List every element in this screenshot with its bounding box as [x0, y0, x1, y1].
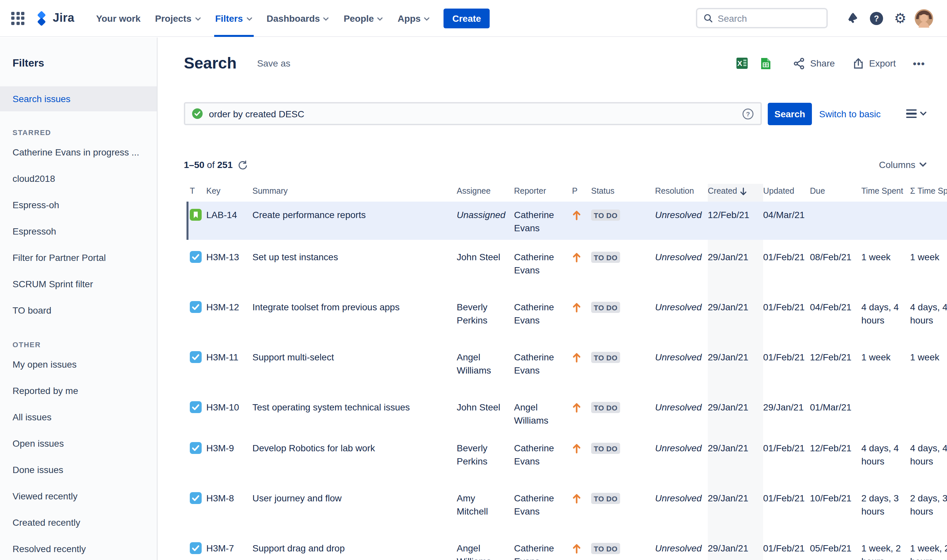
export-button[interactable]: Export: [852, 57, 896, 69]
results-bar: 1–50 of 251 Columns: [184, 160, 947, 170]
announcement-icon[interactable]: [843, 8, 863, 28]
issue-key[interactable]: H3M-10: [206, 400, 253, 431]
table-row[interactable]: LAB-14 Create performance reports Unassi…: [186, 202, 947, 240]
col-header-key[interactable]: Key: [206, 186, 253, 196]
save-as-button[interactable]: Save as: [257, 58, 290, 69]
jql-help-icon[interactable]: ?: [742, 108, 754, 120]
sidebar-section-label: OTHER: [0, 341, 157, 349]
issue-summary[interactable]: Create performance reports: [253, 208, 457, 240]
col-header-created-sorted[interactable]: Created: [708, 184, 763, 202]
issue-summary[interactable]: Support drag and drop: [253, 542, 457, 560]
issue-key[interactable]: H3M-7: [206, 542, 253, 560]
search-options-menu-icon[interactable]: [906, 109, 927, 118]
global-search-box[interactable]: [696, 8, 828, 28]
issue-sigma-time-spent: 2 days, 3 hours: [910, 491, 947, 531]
col-header-summary[interactable]: Summary: [253, 186, 457, 196]
status-badge: TO DO: [591, 543, 620, 554]
col-header-due[interactable]: Due: [810, 186, 861, 196]
table-row[interactable]: H3M-13 Set up test instances John Steel …: [186, 240, 947, 290]
nav-item-dashboards[interactable]: Dashboards: [259, 0, 336, 37]
issue-time-spent: 1 week, 2 hours: [861, 542, 910, 560]
issue-assignee: Angel Williams: [457, 542, 514, 560]
issue-key[interactable]: H3M-9: [206, 442, 253, 481]
main-content: Search Save as X: [158, 38, 947, 560]
issue-summary[interactable]: Test operating system technical issues: [253, 400, 457, 431]
columns-dropdown[interactable]: Columns: [879, 160, 927, 170]
jira-logo[interactable]: Jira: [34, 11, 74, 25]
priority-high-icon: [572, 302, 581, 313]
app-switcher-icon[interactable]: [9, 9, 26, 27]
sidebar-item-scrum-sprint-filter[interactable]: SCRUM Sprint filter: [0, 271, 157, 297]
export-excel-icon[interactable]: X: [733, 53, 752, 73]
issue-summary[interactable]: Develop Robotics for lab work: [253, 442, 457, 481]
search-submit-button[interactable]: Search: [768, 102, 812, 125]
issue-time-spent: 1 week: [861, 250, 910, 290]
nav-item-your-work[interactable]: Your work: [89, 0, 148, 37]
sidebar-item-catherine-evans-in-progress[interactable]: Catherine Evans in progress ...: [0, 139, 157, 165]
sidebar-item-resolved-recently[interactable]: Resolved recently: [0, 535, 157, 560]
col-header-priority[interactable]: P: [572, 186, 591, 196]
status-badge: TO DO: [591, 402, 620, 413]
issue-key[interactable]: LAB-14: [206, 208, 253, 240]
settings-gear-icon[interactable]: ⚙: [890, 8, 910, 28]
sidebar-item-cloud2018[interactable]: cloud2018: [0, 165, 157, 192]
table-row[interactable]: H3M-11 Support multi-select Angel Willia…: [186, 340, 947, 390]
user-avatar[interactable]: [914, 8, 934, 28]
more-options-icon[interactable]: •••: [913, 58, 925, 69]
sidebar-item-search-issues[interactable]: Search issues: [0, 86, 157, 111]
share-button[interactable]: Share: [793, 57, 835, 69]
sidebar-item-filter-for-partner-portal[interactable]: Filter for Partner Portal: [0, 245, 157, 271]
issue-summary[interactable]: Support multi-select: [253, 351, 457, 390]
sidebar-item-viewed-recently[interactable]: Viewed recently: [0, 483, 157, 509]
create-button[interactable]: Create: [444, 8, 490, 28]
jql-input[interactable]: order by created DESC ?: [184, 102, 762, 125]
issue-key[interactable]: H3M-11: [206, 351, 253, 390]
help-icon[interactable]: ?: [867, 8, 886, 28]
col-header-type[interactable]: T: [190, 186, 206, 196]
issue-updated: 01/Feb/21: [763, 300, 810, 340]
table-row[interactable]: H3M-12 Integrate toolset from previous a…: [186, 290, 947, 340]
issue-time-spent: 1 week: [861, 351, 910, 390]
nav-item-people[interactable]: People: [336, 0, 391, 37]
global-search-input[interactable]: [718, 13, 821, 23]
sidebar-item-espressoh[interactable]: Espressoh: [0, 218, 157, 245]
col-header-status[interactable]: Status: [591, 186, 655, 196]
issue-summary[interactable]: Set up test instances: [253, 250, 457, 290]
task-icon: [190, 251, 202, 263]
table-row[interactable]: H3M-7 Support drag and drop Angel Willia…: [186, 531, 947, 560]
col-header-sigma-time-spent[interactable]: Σ Time Spent: [910, 186, 947, 196]
export-sheets-icon[interactable]: [756, 53, 776, 73]
table-row[interactable]: H3M-10 Test operating system technical i…: [186, 390, 947, 431]
sidebar-item-reported-by-me[interactable]: Reported by me: [0, 377, 157, 404]
issue-key[interactable]: H3M-13: [206, 250, 253, 290]
col-header-assignee[interactable]: Assignee: [457, 186, 514, 196]
issue-key[interactable]: H3M-8: [206, 491, 253, 531]
col-header-time-spent[interactable]: Time Spent: [861, 186, 910, 196]
sidebar-item-all-issues[interactable]: All issues: [0, 404, 157, 430]
issue-summary[interactable]: Integrate toolset from previous apps: [253, 300, 457, 340]
jql-query-text[interactable]: order by created DESC: [209, 108, 736, 119]
col-header-reporter[interactable]: Reporter: [514, 186, 572, 196]
sidebar-item-my-open-issues[interactable]: My open issues: [0, 351, 157, 377]
sidebar-item-created-recently[interactable]: Created recently: [0, 509, 157, 535]
nav-item-filters[interactable]: Filters: [208, 0, 259, 37]
sidebar-item-open-issues[interactable]: Open issues: [0, 430, 157, 457]
col-header-updated[interactable]: Updated: [763, 186, 810, 196]
issue-due: 01/Mar/21: [810, 400, 861, 431]
nav-item-projects[interactable]: Projects: [148, 0, 208, 37]
sidebar-item-to-board[interactable]: TO board: [0, 297, 157, 323]
issue-assignee: Beverly Perkins: [457, 442, 514, 481]
refresh-icon[interactable]: [238, 160, 248, 170]
table-row[interactable]: H3M-9 Develop Robotics for lab work Beve…: [186, 431, 947, 481]
svg-text:?: ?: [746, 110, 750, 117]
sidebar-item-espress-oh[interactable]: Espress-oh: [0, 192, 157, 218]
issue-summary[interactable]: User journey and flow: [253, 491, 457, 531]
sidebar-item-done-issues[interactable]: Done issues: [0, 457, 157, 483]
table-row[interactable]: H3M-8 User journey and flow Amy Mitchell…: [186, 481, 947, 531]
issue-reporter: Catherine Evans: [514, 542, 572, 560]
issue-key[interactable]: H3M-12: [206, 300, 253, 340]
switch-to-basic-link[interactable]: Switch to basic: [819, 108, 881, 119]
col-header-resolution[interactable]: Resolution: [655, 186, 708, 196]
nav-item-apps[interactable]: Apps: [391, 0, 437, 37]
issue-resolution: Unresolved: [655, 300, 708, 340]
